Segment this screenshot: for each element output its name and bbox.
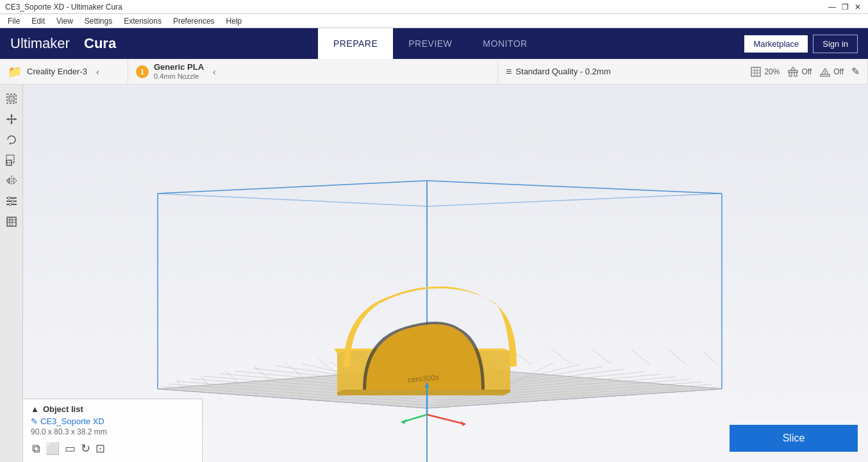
signin-button[interactable]: Sign in: [813, 35, 858, 53]
obj-action-split[interactable]: ▭: [63, 440, 77, 457]
material-section: 1 Generic PLA 0.4mm Nozzle ‹: [128, 59, 498, 85]
support-icon: [787, 66, 799, 78]
infill-value[interactable]: 20%: [764, 67, 780, 76]
menu-file[interactable]: File: [3, 15, 25, 27]
logo-suffix: Cura: [84, 35, 116, 52]
svg-marker-18: [10, 122, 13, 124]
quality-label[interactable]: Standard Quality - 0.2mm: [515, 67, 610, 76]
logo-prefix: Ultimaker: [10, 35, 70, 52]
svg-rect-5: [789, 72, 792, 76]
bottom-panel: ▲ Object list ✎ CE3_Soporte XD 90.0 x 80…: [23, 399, 203, 462]
obj-action-settings[interactable]: ⊡: [94, 440, 106, 457]
material-chevron[interactable]: ‹: [209, 65, 220, 78]
object-name: ✎ CE3_Soporte XD: [31, 417, 194, 426]
maximize-button[interactable]: ❐: [840, 2, 850, 12]
adhesion-icon: [819, 66, 831, 78]
tab-monitor[interactable]: MONITOR: [467, 28, 542, 59]
obj-action-rotate[interactable]: ↻: [79, 440, 92, 457]
svg-rect-9: [821, 74, 830, 76]
main-layout: cero300s ▲ Object list ✎ CE3: [0, 85, 868, 462]
header-right: Marketplace Sign in: [744, 35, 858, 53]
app-logo: Ultimaker Cura: [10, 35, 116, 52]
material-name[interactable]: Generic PLA: [154, 62, 204, 72]
material-badge: 1: [136, 65, 149, 78]
svg-rect-33: [7, 217, 16, 226]
svg-rect-0: [751, 67, 760, 76]
settings-section: ≡ Standard Quality - 0.2mm 20%: [498, 59, 868, 85]
support-blocker-button[interactable]: [3, 213, 21, 231]
edit-settings-icon[interactable]: ✎: [851, 65, 860, 78]
printer-name[interactable]: Creality Ender-3: [27, 67, 87, 76]
svg-marker-17: [10, 114, 13, 117]
material-nozzle: 0.4mm Nozzle: [154, 72, 204, 81]
quality-settings: ≡ Standard Quality - 0.2mm: [506, 66, 610, 78]
menu-preferences[interactable]: Preferences: [168, 15, 220, 27]
tab-preview[interactable]: PREVIEW: [393, 28, 467, 59]
svg-rect-6: [794, 72, 797, 76]
object-list-header: ▲ Object list: [31, 404, 194, 414]
svg-marker-20: [14, 118, 17, 120]
menu-extensions[interactable]: Extensions: [119, 15, 167, 27]
scale-tool-button[interactable]: [3, 151, 21, 169]
printer-chevron[interactable]: ‹: [92, 65, 103, 78]
object-filename[interactable]: CE3_Soporte XD: [40, 417, 104, 426]
menu-bar: File Edit View Settings Extensions Prefe…: [0, 14, 868, 28]
support-toggle: Off: [787, 66, 812, 78]
toolbar-row: 📁 Creality Ender-3 ‹ 1 Generic PLA 0.4mm…: [0, 59, 868, 85]
object-dimensions: 90.0 x 80.3 x 38.2 mm: [31, 427, 194, 436]
infill-icon: [750, 66, 762, 78]
slice-button-container: Slice: [730, 425, 858, 452]
object-actions: ⧉ ⬜ ▭ ↻ ⊡: [31, 440, 194, 457]
infill-toggle: 20%: [750, 66, 780, 78]
svg-point-32: [9, 203, 12, 206]
slice-button[interactable]: Slice: [730, 425, 858, 452]
window-title: CE3_Soporte XD - Ultimaker Cura: [5, 3, 122, 12]
folder-icon[interactable]: 📁: [8, 65, 22, 79]
printer-section: 📁 Creality Ender-3 ‹: [0, 59, 128, 85]
svg-marker-88: [337, 390, 510, 395]
svg-marker-25: [6, 177, 10, 184]
tab-prepare[interactable]: PREPARE: [318, 28, 393, 59]
object-list-label: Object list: [43, 404, 83, 414]
menu-help[interactable]: Help: [221, 15, 247, 27]
svg-marker-19: [6, 118, 9, 120]
rotate-tool-button[interactable]: [3, 131, 21, 149]
mirror-tool-button[interactable]: [3, 172, 21, 190]
marketplace-button[interactable]: Marketplace: [744, 35, 808, 53]
nav-tabs: PREPARE PREVIEW MONITOR: [318, 28, 543, 59]
per-model-settings-button[interactable]: [3, 192, 21, 210]
title-bar: CE3_Soporte XD - Ultimaker Cura — ❐ ✕: [0, 0, 868, 14]
menu-settings[interactable]: Settings: [79, 15, 117, 27]
menu-edit[interactable]: Edit: [26, 15, 50, 27]
translate-tool-button[interactable]: [3, 110, 21, 128]
svg-rect-23: [6, 155, 14, 163]
adhesion-toggle: Off: [819, 66, 844, 78]
close-button[interactable]: ✕: [853, 2, 863, 12]
support-value[interactable]: Off: [801, 67, 812, 76]
svg-point-30: [8, 197, 10, 199]
viewport[interactable]: cero300s ▲ Object list ✎ CE3: [23, 85, 868, 462]
obj-action-duplicate[interactable]: ⧉: [31, 440, 42, 457]
left-toolbar: [0, 85, 23, 462]
pen-icon: ✎: [31, 417, 38, 426]
svg-marker-26: [13, 177, 17, 184]
menu-view[interactable]: View: [51, 15, 78, 27]
svg-marker-21: [10, 142, 12, 145]
obj-action-arrange[interactable]: ⬜: [44, 440, 61, 457]
window-controls: — ❐ ✕: [827, 2, 863, 12]
minimize-button[interactable]: —: [827, 2, 837, 12]
svg-marker-8: [790, 67, 796, 70]
settings-lines-icon: ≡: [506, 66, 512, 78]
adhesion-value[interactable]: Off: [833, 67, 844, 76]
collapse-icon[interactable]: ▲: [31, 404, 39, 414]
app-header: Ultimaker Cura PREPARE PREVIEW MONITOR M…: [0, 28, 868, 59]
svg-point-31: [12, 200, 14, 202]
select-tool-button[interactable]: [3, 90, 21, 108]
material-info: Generic PLA 0.4mm Nozzle: [154, 62, 204, 81]
svg-rect-14: [9, 96, 14, 101]
